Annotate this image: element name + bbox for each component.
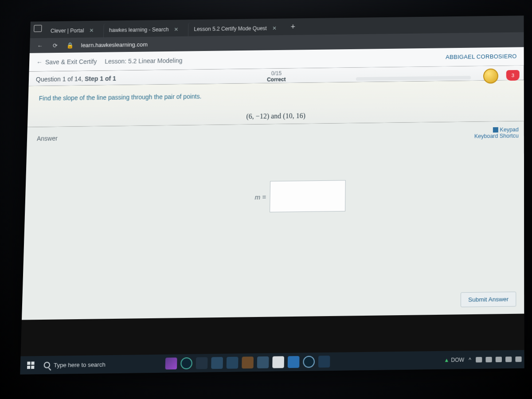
window-icon xyxy=(34,25,42,32)
taskbar-app-icon[interactable] xyxy=(257,356,269,368)
problem-panel: Find the slope of the line passing throu… xyxy=(27,80,524,127)
close-icon[interactable]: ✕ xyxy=(272,25,277,31)
lesson-title: Lesson: 5.2 Linear Modeling xyxy=(105,57,183,65)
slope-input[interactable] xyxy=(270,180,346,212)
system-tray: ▲ DOW ^ xyxy=(444,356,521,364)
tab-label: Clever | Portal xyxy=(51,27,84,34)
keypad-button[interactable]: Keypad xyxy=(474,126,519,133)
score-label: Correct xyxy=(267,76,286,82)
answer-section-label: Answer xyxy=(37,129,514,142)
taskbar-app-icon[interactable] xyxy=(242,356,254,368)
new-tab-button[interactable]: + xyxy=(286,22,300,31)
tray-icon[interactable] xyxy=(485,357,492,363)
problem-points: (6, −12) and (10, 16) xyxy=(38,110,513,123)
taskbar-app-icon[interactable] xyxy=(303,356,315,368)
refresh-icon[interactable]: ⟳ xyxy=(51,41,59,49)
search-placeholder: Type here to search xyxy=(54,361,106,368)
url-domain: learn.hawkeslearning.com xyxy=(81,41,148,48)
screen-capture: Clever | Portal ✕ hawkes learning - Sear… xyxy=(20,16,524,375)
lock-icon: 🔒 xyxy=(66,41,74,49)
taskbar-app-icon[interactable] xyxy=(211,357,223,369)
taskbar-app-icon[interactable] xyxy=(318,356,330,368)
taskbar-app-icon[interactable] xyxy=(288,356,300,368)
problem-prompt: Find the slope of the line passing throu… xyxy=(39,89,513,102)
tray-icon[interactable] xyxy=(505,356,512,362)
stock-up-icon: ▲ xyxy=(444,357,449,364)
save-exit-button[interactable]: ← Save & Exit Certify xyxy=(36,58,97,66)
save-exit-label: Save & Exit Certify xyxy=(45,58,97,65)
windows-taskbar: Type here to search ▲ DOW ^ xyxy=(20,350,524,375)
keypad-icon xyxy=(493,127,498,133)
start-button[interactable] xyxy=(23,357,39,373)
taskbar-app-icon[interactable] xyxy=(165,357,177,369)
answer-panel: Answer Keypad Keyboard Shortcu m = Submi… xyxy=(22,121,524,320)
search-icon xyxy=(44,362,51,368)
cortana-icon[interactable] xyxy=(180,357,192,369)
taskbar-pinned xyxy=(165,356,330,369)
user-name: ABBIGAEL CORBOSIERO xyxy=(446,53,517,60)
tray-icon[interactable] xyxy=(496,357,502,363)
tray-icons xyxy=(476,356,522,363)
url-display[interactable]: learn.hawkeslearning.com xyxy=(81,41,148,48)
windows-logo-icon xyxy=(27,362,35,369)
stock-widget[interactable]: ▲ DOW xyxy=(444,357,464,364)
back-arrow-icon: ← xyxy=(36,59,43,66)
taskbar-search[interactable]: Type here to search xyxy=(40,357,157,372)
tab-lesson[interactable]: Lesson 5.2 Certify Mode Quest ✕ xyxy=(188,21,286,36)
tab-label: Lesson 5.2 Certify Mode Quest xyxy=(194,25,267,32)
question-title: Question 1 of 14, Step 1 of 1 xyxy=(36,75,116,83)
task-view-icon[interactable] xyxy=(196,357,208,369)
tray-icon[interactable] xyxy=(476,357,482,363)
answer-tools: Keypad Keyboard Shortcu xyxy=(474,126,519,139)
tab-label: hawkes learning - Search xyxy=(109,27,169,33)
taskbar-app-icon[interactable] xyxy=(272,356,284,368)
progress-bar xyxy=(356,76,471,81)
stock-symbol: DOW xyxy=(451,357,464,364)
slope-equation: m = xyxy=(254,180,345,212)
tab-search[interactable]: hawkes learning - Search ✕ xyxy=(103,22,188,37)
score-fraction: 0/15 xyxy=(267,70,286,76)
close-icon[interactable]: ✕ xyxy=(174,26,178,32)
tray-expand-icon[interactable]: ^ xyxy=(469,356,471,363)
tab-clever[interactable]: Clever | Portal ✕ xyxy=(45,23,103,38)
keyboard-shortcuts-link[interactable]: Keyboard Shortcu xyxy=(474,133,519,139)
slope-lhs: m = xyxy=(255,193,266,200)
submit-answer-button[interactable]: Submit Answer xyxy=(461,292,516,307)
score-display: 0/15 Correct xyxy=(267,70,286,82)
lives-heart: 3 xyxy=(506,70,520,81)
back-icon[interactable]: ← xyxy=(36,42,44,50)
close-icon[interactable]: ✕ xyxy=(89,27,94,34)
taskbar-app-icon[interactable] xyxy=(227,357,239,369)
tray-icon[interactable] xyxy=(515,356,521,362)
